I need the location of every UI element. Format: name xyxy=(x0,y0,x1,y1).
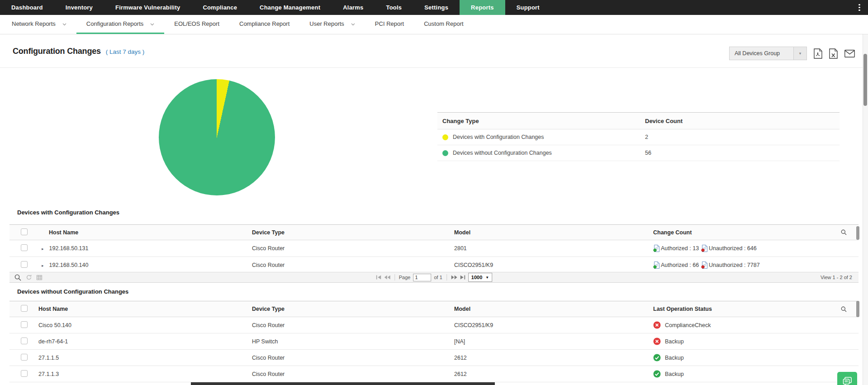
tab-user-reports[interactable]: User Reports xyxy=(299,15,365,34)
chat-widget-button[interactable] xyxy=(837,372,857,385)
table-header-row: Host Name Device Type Model Change Count xyxy=(9,224,859,240)
nav-change-management[interactable]: Change Management xyxy=(248,0,332,15)
authorized-doc-icon xyxy=(653,245,660,252)
status-label: ComplianceCheck xyxy=(665,322,711,328)
select-all-checkbox[interactable] xyxy=(21,305,28,312)
host-name: de-rh7-64-1 xyxy=(38,338,252,345)
first-page-button[interactable] xyxy=(376,275,381,280)
tab-label: Network Reports xyxy=(12,20,56,27)
table-header-row: Host Name Device Type Model Last Operati… xyxy=(9,301,859,317)
device-type: Cisco Router xyxy=(252,245,454,252)
tab-label: EOL/EOS Report xyxy=(174,20,219,27)
export-pdf-icon[interactable] xyxy=(814,48,822,59)
device-group-dropdown[interactable]: All Devices Group ▾ xyxy=(729,47,807,60)
select-caret-icon: ▼ xyxy=(485,276,489,280)
nav-inventory[interactable]: Inventory xyxy=(54,0,104,15)
tab-label: User Reports xyxy=(309,20,344,27)
legend-header-change-type: Change Type xyxy=(437,118,645,124)
col-model: Model xyxy=(454,229,653,236)
pager-search-icon[interactable] xyxy=(14,274,21,281)
pager-grid-icon[interactable] xyxy=(37,275,42,280)
unauthorized-doc-icon xyxy=(701,245,708,252)
dropdown-caret-icon[interactable]: ▾ xyxy=(793,47,806,60)
page-number-input[interactable] xyxy=(413,274,431,281)
row-checkbox[interactable] xyxy=(21,261,28,268)
section-title-devices-without-changes: Devices without Configuration Changes xyxy=(17,288,128,295)
device-type: Cisco Router xyxy=(252,371,454,377)
app-window: Dashboard Inventory Firmware Vulnerabili… xyxy=(0,0,868,385)
row-checkbox[interactable] xyxy=(21,337,28,344)
section-title-devices-with-changes: Devices with Configuration Changes xyxy=(17,209,119,216)
model: 2612 xyxy=(454,371,653,377)
last-page-button[interactable] xyxy=(460,275,465,280)
tab-configuration-reports[interactable]: Configuration Reports xyxy=(76,15,164,34)
device-type: Cisco Router xyxy=(252,322,454,328)
tab-compliance-report[interactable]: Compliance Report xyxy=(229,15,299,34)
legend-count: 56 xyxy=(645,150,840,156)
table-row: ▸192.168.50.131 Cisco Router 2801 Author… xyxy=(9,240,859,257)
tab-network-reports[interactable]: Network Reports xyxy=(2,15,76,34)
authorized-count: Authorized : 13 xyxy=(661,245,699,252)
pager-refresh-icon[interactable] xyxy=(26,275,32,280)
page-label: Page xyxy=(399,275,411,280)
page-header: Configuration Changes ( Last 7 days ) Al… xyxy=(0,34,868,68)
nav-tools[interactable]: Tools xyxy=(375,0,413,15)
legend-dot-yellow xyxy=(442,134,448,140)
row-checkbox[interactable] xyxy=(21,244,28,251)
unauthorized-doc-icon xyxy=(701,261,708,269)
device-type: Cisco Router xyxy=(252,262,454,268)
nav-reports[interactable]: Reports xyxy=(460,0,505,15)
horizontal-scrollbar-thumb[interactable] xyxy=(191,382,495,385)
chart-legend-table: Change Type Device Count Devices with Co… xyxy=(437,112,840,161)
table2-scrollbar-thumb[interactable] xyxy=(856,301,859,317)
report-period-link[interactable]: ( Last 7 days ) xyxy=(106,48,145,55)
legend-header-row: Change Type Device Count xyxy=(437,112,840,129)
row-checkbox[interactable] xyxy=(21,321,28,328)
unauthorized-count: Unauthorized : 646 xyxy=(709,245,757,252)
device-type: HP Switch xyxy=(252,338,454,345)
expand-arrow-icon[interactable]: ▸ xyxy=(42,263,44,268)
table-search-icon[interactable] xyxy=(841,229,847,235)
chevron-down-icon xyxy=(351,20,355,27)
page-size-select[interactable]: 1000 ▼ xyxy=(468,273,492,282)
nav-support[interactable]: Support xyxy=(505,0,551,15)
chat-bubbles-icon xyxy=(842,376,853,385)
tab-custom-report[interactable]: Custom Report xyxy=(414,15,473,34)
model: 2612 xyxy=(454,355,653,361)
authorized-doc-icon xyxy=(653,261,660,269)
chevron-down-icon xyxy=(62,20,66,27)
nav-compliance[interactable]: Compliance xyxy=(191,0,248,15)
expand-arrow-icon[interactable]: ▸ xyxy=(42,247,44,251)
table-row: Cisco 50.140 Cisco Router CISCO2951/K9 C… xyxy=(9,317,859,333)
vertical-scrollbar[interactable] xyxy=(863,34,868,385)
model: CISCO2951/K9 xyxy=(454,262,653,268)
table-row: de-rh7-64-1 HP Switch [NA] Backup xyxy=(9,333,859,350)
select-all-checkbox[interactable] xyxy=(21,228,28,235)
export-excel-icon[interactable] xyxy=(829,48,838,59)
table-row: 27.1.1.3 Cisco Router 2612 Backup xyxy=(9,366,859,382)
table1-scrollbar-thumb[interactable] xyxy=(856,226,859,240)
nav-firmware-vulnerability[interactable]: Firmware Vulnerability xyxy=(104,0,191,15)
nav-alarms[interactable]: Alarms xyxy=(332,0,375,15)
vertical-scrollbar-thumb[interactable] xyxy=(863,54,867,106)
tab-label: PCI Report xyxy=(375,20,404,27)
legend-row: Devices without Configuration Changes 56 xyxy=(437,145,840,161)
next-page-button[interactable] xyxy=(451,275,457,280)
table-search-icon[interactable] xyxy=(841,306,847,312)
kebab-menu-icon[interactable] xyxy=(851,0,868,15)
row-checkbox[interactable] xyxy=(21,370,28,377)
previous-page-button[interactable] xyxy=(384,275,390,280)
status-label: Backup xyxy=(665,338,684,345)
devices-without-changes-table: Host Name Device Type Model Last Operati… xyxy=(9,301,859,385)
nav-dashboard[interactable]: Dashboard xyxy=(0,0,54,15)
export-mail-icon[interactable] xyxy=(844,50,855,57)
col-model: Model xyxy=(454,306,653,312)
row-checkbox[interactable] xyxy=(21,354,28,361)
tab-eol-eos-report[interactable]: EOL/EOS Report xyxy=(164,15,229,34)
top-nav: Dashboard Inventory Firmware Vulnerabili… xyxy=(0,0,868,15)
tab-pci-report[interactable]: PCI Report xyxy=(365,15,414,34)
host-name: 27.1.1.3 xyxy=(38,371,252,377)
legend-dot-green xyxy=(442,150,448,156)
nav-settings[interactable]: Settings xyxy=(413,0,460,15)
model: CISCO2951/K9 xyxy=(454,322,653,328)
